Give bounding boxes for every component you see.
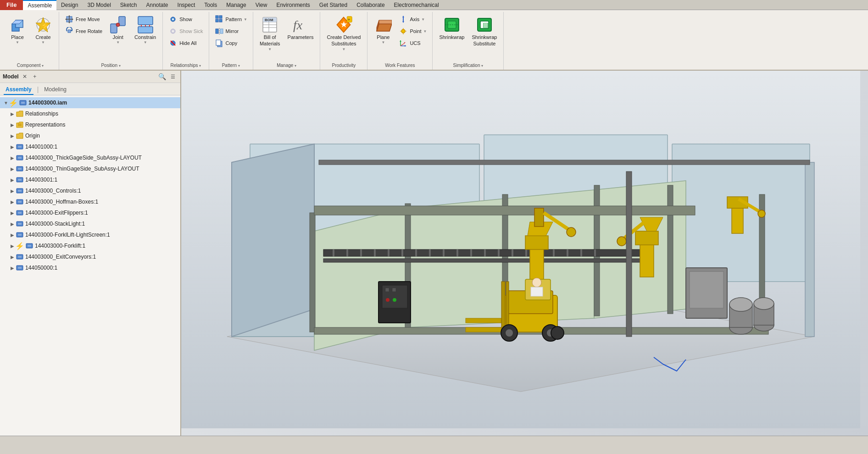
menu-design[interactable]: Design bbox=[56, 0, 83, 10]
panel-header: Model ✕ + 🔍 ☰ bbox=[0, 71, 180, 83]
tree-item-c1[interactable]: ▶ 144001000:1 bbox=[0, 141, 180, 152]
representations-expand-icon[interactable]: ▶ bbox=[9, 122, 16, 128]
tree-item-c12[interactable]: ▶ 144050000:1 bbox=[0, 262, 180, 273]
svg-rect-93 bbox=[18, 223, 22, 225]
pattern-button[interactable]: Pattern ▼ bbox=[213, 14, 249, 25]
menu-view[interactable]: View bbox=[251, 0, 272, 10]
bom-button[interactable]: BOM Bill ofMaterials ▼ bbox=[257, 14, 283, 53]
c7-expand-icon[interactable]: ▶ bbox=[9, 210, 16, 216]
tab-modeling[interactable]: Modeling bbox=[42, 85, 68, 95]
svg-point-158 bbox=[758, 210, 765, 217]
shrinkwrap-sub-button[interactable]: ▤ ShrinkwrapSubstitute bbox=[469, 14, 500, 49]
shrinkwrap-button[interactable]: Shrinkwrap bbox=[436, 14, 467, 42]
c10-expand-icon[interactable]: ▶ bbox=[9, 243, 16, 249]
tree-item-c6[interactable]: ▶ 144003000_Hoffman-Boxes:1 bbox=[0, 196, 180, 207]
create-derived-dropdown[interactable]: ▼ bbox=[342, 47, 345, 51]
menu-tools[interactable]: Tools bbox=[200, 0, 222, 10]
tree-item-c10[interactable]: ▶ ⚡ 144003000-Forklift:1 bbox=[0, 240, 180, 251]
tree-item-origin[interactable]: ▶ Origin bbox=[0, 130, 180, 141]
svg-marker-110 bbox=[805, 162, 814, 337]
plane-button[interactable]: Plane ▼ bbox=[371, 14, 395, 46]
file-menu[interactable]: File bbox=[0, 0, 23, 10]
tree-item-c9[interactable]: ▶ 144003000-ForklLift-LightScreen:1 bbox=[0, 229, 180, 240]
c8-expand-icon[interactable]: ▶ bbox=[9, 221, 16, 227]
c2-expand-icon[interactable]: ▶ bbox=[9, 155, 16, 161]
create-derived-button[interactable]: ★ + Create DerivedSubstitutes ▼ bbox=[324, 14, 363, 53]
position-footer[interactable]: Position ▾ bbox=[101, 63, 120, 68]
c3-icon bbox=[16, 165, 24, 173]
relationships-expand-icon[interactable]: ▶ bbox=[9, 111, 16, 117]
panel-close-button[interactable]: ✕ bbox=[21, 72, 29, 81]
place-button[interactable]: Place ▼ bbox=[6, 14, 29, 46]
constrain-dropdown[interactable]: ▼ bbox=[144, 40, 147, 44]
bom-dropdown[interactable]: ▼ bbox=[268, 47, 272, 51]
c11-expand-icon[interactable]: ▶ bbox=[9, 254, 16, 260]
svg-rect-81 bbox=[18, 157, 22, 159]
mirror-button[interactable]: Mirror bbox=[213, 26, 249, 37]
joint-dropdown[interactable]: ▼ bbox=[116, 40, 120, 44]
tree-item-root[interactable]: ▼ ⚡ 144003000.iam bbox=[0, 97, 180, 108]
tree-item-c11[interactable]: ▶ 144003000_ExitConveyors:1 bbox=[0, 251, 180, 262]
relationships-footer[interactable]: Relationships ▾ bbox=[170, 63, 201, 68]
place-dropdown[interactable]: ▼ bbox=[16, 40, 19, 44]
pattern-footer[interactable]: Pattern ▾ bbox=[222, 63, 240, 68]
axis-button[interactable]: Axis ▼ bbox=[397, 14, 428, 25]
menu-assemble[interactable]: Assemble bbox=[23, 0, 56, 10]
tree-item-c5[interactable]: ▶ 144003000_Controls:1 bbox=[0, 185, 180, 196]
relationships-buttons: Show Show Sick Hide All bbox=[167, 14, 205, 61]
menu-getstarted[interactable]: Get Started bbox=[315, 0, 352, 10]
create-dropdown[interactable]: ▼ bbox=[41, 40, 45, 44]
tree-item-c3[interactable]: ▶ 144003000_ThinGageSide_SubAssy-LAYOUT bbox=[0, 163, 180, 174]
viewport[interactable] bbox=[181, 71, 868, 436]
point-button[interactable]: Point ▼ bbox=[397, 26, 428, 37]
svg-rect-127 bbox=[374, 249, 376, 256]
menu-3dmodel[interactable]: 3D Model bbox=[83, 0, 115, 10]
tree-item-c8[interactable]: ▶ 144003000-StackLight:1 bbox=[0, 218, 180, 229]
c4-expand-icon[interactable]: ▶ bbox=[9, 177, 16, 183]
free-move-button[interactable]: Free Move bbox=[63, 14, 104, 25]
component-footer[interactable]: Component ▾ bbox=[17, 63, 44, 68]
tree-item-representations[interactable]: ▶ Representations bbox=[0, 119, 180, 130]
menu-electromechanical[interactable]: Electromechanical bbox=[389, 0, 444, 10]
show-sick-button[interactable]: Show Sick bbox=[167, 26, 205, 37]
menu-environments[interactable]: Environments bbox=[272, 0, 314, 10]
c1-icon bbox=[16, 143, 24, 151]
tab-assembly[interactable]: Assembly bbox=[4, 85, 33, 95]
tree-item-c2[interactable]: ▶ 144003000_ThickGageSide_SubAssy-LAYOUT bbox=[0, 152, 180, 163]
menu-manage[interactable]: Manage bbox=[222, 0, 250, 10]
manage-footer[interactable]: Manage ▾ bbox=[277, 63, 296, 68]
free-rotate-button[interactable]: Free Rotate bbox=[63, 26, 104, 37]
point-dropdown[interactable]: ▼ bbox=[423, 29, 427, 33]
c5-expand-icon[interactable]: ▶ bbox=[9, 188, 16, 194]
create-button[interactable]: ⚡ Create ▼ bbox=[31, 14, 55, 46]
simplification-footer[interactable]: Simplification ▾ bbox=[453, 63, 484, 68]
menu-sketch[interactable]: Sketch bbox=[116, 0, 142, 10]
ucs-button[interactable]: UCS bbox=[397, 38, 428, 49]
show-button[interactable]: Show bbox=[167, 14, 205, 25]
c9-expand-icon[interactable]: ▶ bbox=[9, 232, 16, 238]
origin-expand-icon[interactable]: ▶ bbox=[9, 133, 16, 139]
c3-expand-icon[interactable]: ▶ bbox=[9, 166, 16, 172]
plane-icon bbox=[374, 16, 392, 34]
root-expand-icon[interactable]: ▼ bbox=[3, 100, 9, 106]
panel-menu-button[interactable]: ☰ bbox=[168, 72, 178, 81]
menu-inspect[interactable]: Inspect bbox=[173, 0, 200, 10]
menu-annotate[interactable]: Annotate bbox=[142, 0, 173, 10]
pattern-dropdown[interactable]: ▼ bbox=[244, 17, 247, 22]
copy-button[interactable]: Copy bbox=[213, 38, 249, 49]
tree-item-relationships[interactable]: ▶ Relationships bbox=[0, 108, 180, 119]
c12-expand-icon[interactable]: ▶ bbox=[9, 265, 16, 271]
parameters-button[interactable]: fx Parameters bbox=[285, 14, 317, 42]
axis-dropdown[interactable]: ▼ bbox=[421, 17, 425, 22]
hide-all-button[interactable]: Hide All bbox=[167, 38, 205, 49]
c1-expand-icon[interactable]: ▶ bbox=[9, 144, 16, 150]
menu-collaborate[interactable]: Collaborate bbox=[352, 0, 389, 10]
tree-item-c7[interactable]: ▶ 144003000-ExitFlippers:1 bbox=[0, 207, 180, 218]
joint-button[interactable]: Joint ▼ bbox=[106, 14, 130, 46]
panel-add-button[interactable]: + bbox=[31, 72, 39, 81]
plane-dropdown[interactable]: ▼ bbox=[381, 40, 385, 44]
panel-search-button[interactable]: 🔍 bbox=[157, 72, 167, 81]
tree-item-c4[interactable]: ▶ 144003001:1 bbox=[0, 174, 180, 185]
c6-expand-icon[interactable]: ▶ bbox=[9, 199, 16, 205]
constrain-button[interactable]: Constrain ▼ bbox=[132, 14, 159, 46]
